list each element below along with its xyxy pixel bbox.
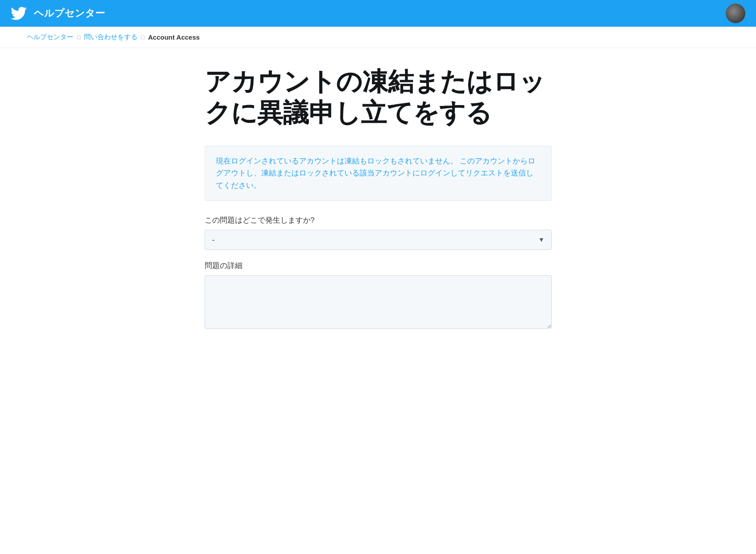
breadcrumb-home-link[interactable]: ヘルプセンター — [27, 33, 73, 41]
breadcrumb-current: Account Access — [148, 33, 200, 41]
breadcrumb-sep-2: □ — [141, 34, 145, 41]
form-location-label: この問題はどこで発生しますか? — [205, 215, 552, 225]
header-title: ヘルプセンター — [34, 7, 105, 20]
page-header: ヘルプセンター — [0, 0, 756, 27]
header-left: ヘルプセンター — [11, 5, 105, 21]
page-title: アカウントの凍結またはロックに異議申し立てをする — [205, 66, 552, 128]
twitter-logo-icon — [11, 5, 27, 21]
breadcrumb: ヘルプセンター □ 問い合わせをする □ Account Access — [0, 27, 756, 48]
form-details-section: 問題の詳細 — [205, 261, 552, 330]
breadcrumb-middle-link[interactable]: 問い合わせをする — [84, 33, 137, 41]
main-content: アカウントの凍結またはロックに異議申し立てをする 現在ログインされているアカウン… — [178, 48, 578, 368]
form-details-label: 問題の詳細 — [205, 261, 552, 271]
info-box: 現在ログインされているアカウントは凍結もロックもされていません。 このアカウント… — [205, 146, 552, 201]
info-box-text: 現在ログインされているアカウントは凍結もロックもされていません。 このアカウント… — [216, 155, 541, 191]
avatar-image — [726, 4, 745, 23]
avatar[interactable] — [726, 4, 745, 23]
form-location-section: この問題はどこで発生しますか? - ▼ — [205, 215, 552, 250]
form-location-select[interactable]: - — [205, 230, 552, 250]
form-details-textarea[interactable] — [205, 275, 552, 329]
breadcrumb-sep-1: □ — [77, 34, 81, 41]
form-select-wrapper: - ▼ — [205, 230, 552, 250]
